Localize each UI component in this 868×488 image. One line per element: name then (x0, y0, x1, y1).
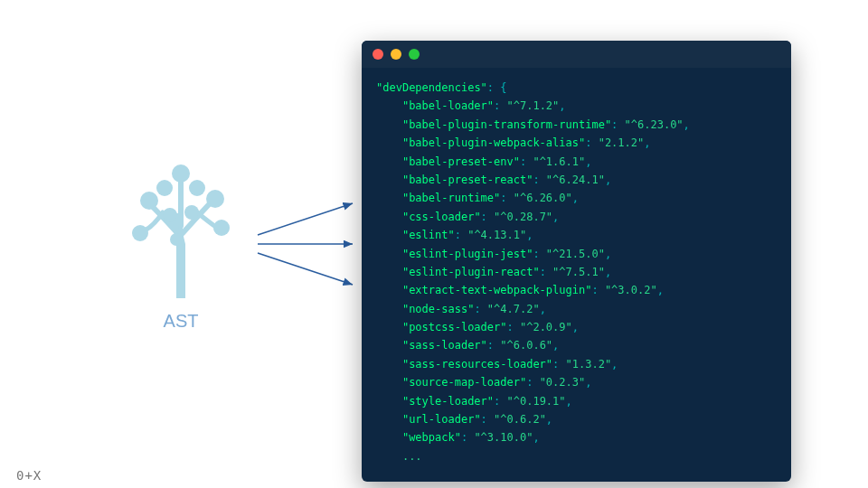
svg-point-2 (156, 180, 173, 196)
code-line-entry: "babel-preset-react": "^6.24.1", (376, 171, 777, 189)
svg-point-7 (163, 208, 177, 222)
code-line-entry: "babel-loader": "^7.1.2", (376, 97, 777, 115)
window-minimize-icon[interactable] (391, 49, 401, 60)
window-maximize-icon[interactable] (409, 49, 420, 60)
svg-point-4 (189, 180, 205, 196)
ellipsis-text: ... (402, 450, 422, 463)
code-line-entry: "url-loader": "^0.6.2", (376, 410, 777, 428)
window-close-icon[interactable] (373, 49, 383, 60)
code-line-entry: "babel-runtime": "^6.26.0", (376, 189, 777, 207)
ast-tree-block: AST (127, 163, 235, 332)
code-line-entry: "sass-resources-loader": "1.3.2", (376, 355, 777, 373)
code-line-entry: "css-loader": "^0.28.7", (376, 208, 777, 226)
footer-watermark: 0+X (16, 468, 42, 483)
header-key: devDependencies (382, 81, 480, 94)
code-line-entry: "source-map-loader": "0.2.3", (376, 373, 777, 391)
code-line-ellipsis: ... (376, 447, 777, 465)
svg-point-6 (213, 220, 230, 236)
tree-label: AST (164, 311, 199, 332)
code-line-entry: "eslint-plugin-jest": "^21.5.0", (376, 245, 777, 263)
terminal-titlebar (362, 41, 791, 68)
code-line-entry: "eslint": "^4.13.1", (376, 226, 777, 244)
svg-point-5 (206, 190, 224, 208)
code-line-entry: "babel-plugin-webpack-alias": "2.1.2", (376, 134, 777, 152)
arrow-icon (258, 253, 353, 285)
code-line-entry: "eslint-plugin-react": "^7.5.1", (376, 263, 777, 281)
code-line-entry: "style-loader": "^0.19.1", (376, 392, 777, 410)
entries-list: "babel-loader": "^7.1.2", "babel-plugin-… (376, 97, 777, 446)
code-line-entry: "sass-loader": "^6.0.6", (376, 336, 777, 354)
code-line-entry: "extract-text-webpack-plugin": "^3.0.2", (376, 281, 777, 299)
terminal-body: "devDependencies": { "babel-loader": "^7… (362, 68, 791, 482)
svg-point-0 (140, 192, 158, 210)
svg-point-9 (170, 233, 183, 246)
arrows-group (253, 194, 362, 306)
code-line-header: "devDependencies": { (376, 79, 777, 97)
code-line-entry: "postcss-loader": "^2.0.9", (376, 318, 777, 336)
code-line-entry: "webpack": "^3.10.0", (376, 428, 777, 446)
svg-point-8 (184, 205, 199, 220)
tree-icon (127, 163, 235, 302)
code-line-entry: "babel-preset-env": "^1.6.1", (376, 153, 777, 171)
svg-point-3 (172, 164, 190, 183)
svg-point-1 (132, 225, 148, 241)
terminal-window: "devDependencies": { "babel-loader": "^7… (362, 41, 791, 482)
arrow-icon (258, 203, 353, 235)
code-line-entry: "babel-plugin-transform-runtime": "^6.23… (376, 116, 777, 134)
code-line-entry: "node-sass": "^4.7.2", (376, 300, 777, 318)
